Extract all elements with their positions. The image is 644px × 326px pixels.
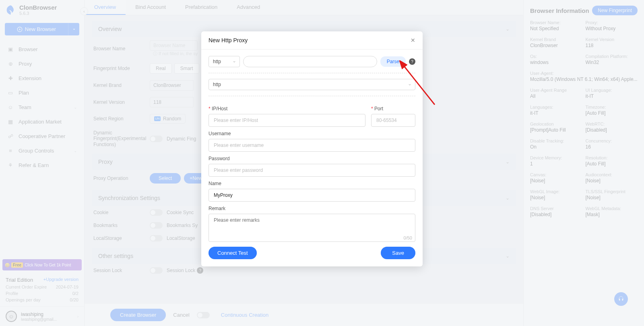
remark-label: Remark	[208, 206, 415, 211]
parse-input[interactable]	[243, 56, 377, 67]
username-input[interactable]	[208, 139, 415, 152]
username-label: Username	[208, 131, 415, 136]
port-input[interactable]	[371, 114, 415, 127]
save-button[interactable]: Save	[381, 247, 415, 259]
name-input[interactable]	[208, 189, 415, 202]
port-label: Port	[371, 106, 415, 111]
parse-button[interactable]: Parse	[380, 56, 406, 67]
connect-test-button[interactable]: Connect Test	[208, 247, 257, 259]
close-icon[interactable]: ✕	[411, 37, 415, 43]
new-http-proxy-modal: New Http Proxy ✕ http Parse ? http IP/Ho…	[201, 31, 423, 266]
protocol-select-top[interactable]: http	[208, 56, 240, 67]
ip-input[interactable]	[208, 114, 365, 127]
help-icon[interactable]: ?	[409, 58, 415, 65]
name-label: Name	[208, 181, 415, 186]
ip-label: IP/Host	[208, 106, 365, 111]
password-input[interactable]	[208, 164, 415, 177]
password-label: Password	[208, 156, 415, 161]
char-count: 0/50	[208, 235, 412, 240]
protocol-select[interactable]: http	[208, 79, 415, 90]
modal-title: New Http Proxy	[208, 37, 248, 43]
